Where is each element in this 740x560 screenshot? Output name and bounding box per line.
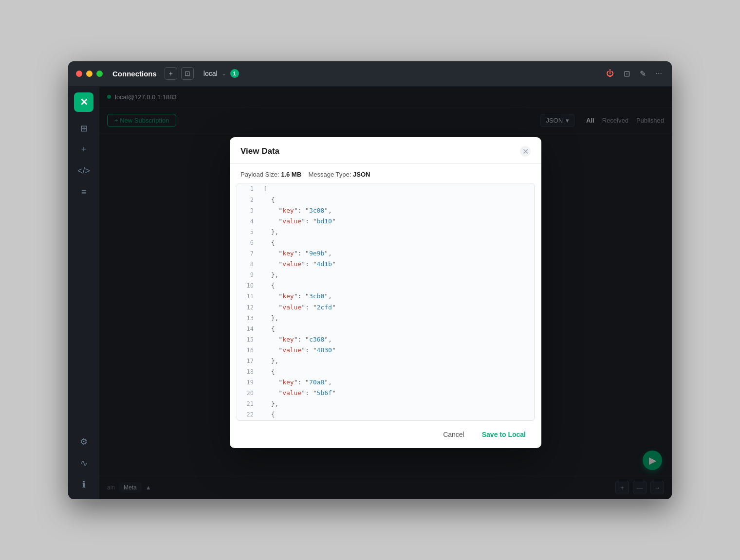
table-row: 13 }, [237,313,534,324]
sidebar-item-scripts[interactable]: </> [75,163,92,180]
line-number: 20 [237,388,261,398]
power-icon[interactable]: ⏻ [604,67,616,80]
line-content: { [261,409,534,420]
layout-icon[interactable]: ⊡ [181,67,194,80]
view-data-modal: View Data ✕ Payload Size: 1.6 MB Message… [230,137,541,448]
line-number: 12 [237,302,261,313]
line-number: 13 [237,313,261,324]
line-number: 8 [237,259,261,270]
tab-area: local ⌄ 1 [204,69,604,78]
table-row: 18 { [237,366,534,377]
line-content: { [261,280,534,291]
code-table: 1[2 {3 "key": "3c08",4 "value": "bd10"5 … [237,183,534,420]
payload-value: 1.6 MB [281,171,301,178]
table-row: 19 "key": "70a8", [237,377,534,388]
more-options-icon[interactable]: ··· [654,67,664,80]
close-button[interactable] [76,71,82,77]
modal-overlay: View Data ✕ Payload Size: 1.6 MB Message… [99,87,672,499]
line-content: "value": "5b6f" [261,388,534,398]
main-layout: ✕ ⊞ + </> ≡ ⚙ ∿ ℹ local@127.0.0.1:1883 +… [68,87,672,499]
table-row: 2 { [237,195,534,205]
table-row: 4 "value": "bd10" [237,216,534,227]
app-logo: ✕ [74,92,93,112]
traffic-lights [76,71,103,77]
tab-badge: 1 [230,69,239,78]
line-number: 17 [237,356,261,366]
modal-footer: Cancel Save to Local [230,421,541,448]
line-number: 1 [237,183,261,194]
line-number: 18 [237,366,261,377]
sidebar: ✕ ⊞ + </> ≡ ⚙ ∿ ℹ [68,87,99,499]
payload-label: Payload Size: [240,171,279,178]
line-number: 7 [237,248,261,259]
save-to-local-button[interactable]: Save to Local [477,428,531,441]
line-content: "key": "70a8", [261,377,534,388]
chat-icon[interactable]: ⊡ [622,67,632,80]
app-window: Connections + ⊡ local ⌄ 1 ⏻ ⊡ ✎ ··· ✕ ⊞ … [68,61,672,499]
table-row: 16 "value": "4830" [237,345,534,356]
line-content: }, [261,313,534,324]
table-row: 3 "key": "3c08", [237,205,534,216]
tab-name[interactable]: local [204,70,218,77]
line-number: 9 [237,270,261,280]
line-content: "value": "bd10" [261,216,534,227]
line-content: { [261,237,534,248]
sidebar-item-settings[interactable]: ⚙ [75,433,92,451]
title-bar: Connections + ⊡ local ⌄ 1 ⏻ ⊡ ✎ ··· [68,61,672,87]
table-row: 8 "value": "4d1b" [237,259,534,270]
new-tab-icon[interactable]: + [165,67,177,80]
content-area: local@127.0.0.1:1883 + New Subscription … [99,87,672,499]
app-title: Connections [112,70,157,78]
title-bar-actions: ⏻ ⊡ ✎ ··· [604,67,664,80]
message-type-label: Message Type: [308,171,351,178]
modal-meta: Payload Size: 1.6 MB Message Type: JSON [230,164,541,183]
sidebar-item-log[interactable]: ≡ [75,184,92,201]
line-content: }, [261,227,534,237]
modal-close-button[interactable]: ✕ [520,146,531,157]
minimize-button[interactable] [86,71,92,77]
line-number: 15 [237,334,261,345]
table-row: 10 { [237,280,534,291]
table-row: 1[ [237,183,534,194]
line-number: 11 [237,291,261,302]
line-content: "value": "4830" [261,345,534,356]
sidebar-item-connections[interactable]: ⊞ [75,120,92,137]
cancel-button[interactable]: Cancel [438,428,469,441]
sidebar-item-mqtt[interactable]: ∿ [75,454,92,472]
line-number: 5 [237,227,261,237]
line-content: "key": "3cb0", [261,291,534,302]
line-number: 22 [237,409,261,420]
line-content: }, [261,356,534,366]
line-content: "key": "9e9b", [261,248,534,259]
sidebar-item-info[interactable]: ℹ [75,476,92,493]
table-row: 21 }, [237,398,534,409]
modal-title: View Data [240,146,279,156]
line-content: [ [261,183,534,194]
line-number: 16 [237,345,261,356]
table-row: 5 }, [237,227,534,237]
maximize-button[interactable] [96,71,103,77]
line-content: "key": "3c08", [261,205,534,216]
line-number: 2 [237,195,261,205]
line-content: { [261,195,534,205]
title-icon-group: + ⊡ [165,67,194,80]
line-content: "key": "c368", [261,334,534,345]
table-row: 9 }, [237,270,534,280]
line-content: { [261,366,534,377]
table-row: 20 "value": "5b6f" [237,388,534,398]
line-number: 4 [237,216,261,227]
edit-icon[interactable]: ✎ [638,67,648,80]
table-row: 11 "key": "3cb0", [237,291,534,302]
table-row: 14 { [237,324,534,334]
modal-header: View Data ✕ [230,137,541,164]
sidebar-item-add[interactable]: + [75,141,92,159]
line-number: 6 [237,237,261,248]
code-area[interactable]: 1[2 {3 "key": "3c08",4 "value": "bd10"5 … [237,183,535,420]
line-content: }, [261,270,534,280]
line-content: { [261,324,534,334]
table-row: 17 }, [237,356,534,366]
table-row: 7 "key": "9e9b", [237,248,534,259]
table-row: 12 "value": "2cfd" [237,302,534,313]
table-row: 15 "key": "c368", [237,334,534,345]
table-row: 22 { [237,409,534,420]
